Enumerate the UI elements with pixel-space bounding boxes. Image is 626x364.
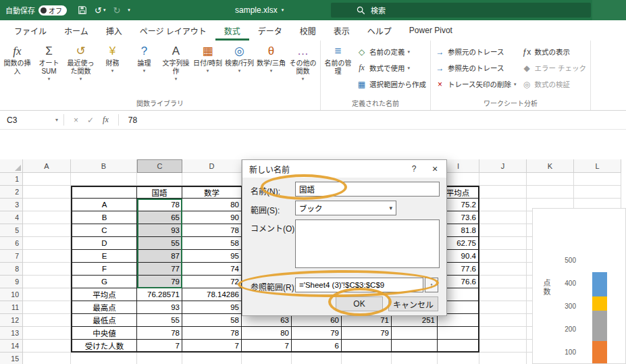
- grid-cell[interactable]: [23, 327, 71, 340]
- formula-bar-value[interactable]: 78: [119, 115, 137, 125]
- grid-cell[interactable]: [392, 340, 438, 353]
- row-header[interactable]: 15: [0, 353, 23, 364]
- grid-cell[interactable]: [479, 276, 527, 288]
- insert-function-button[interactable]: fx関数の挿入: [1, 42, 33, 99]
- math-trig-button[interactable]: θ数学/三角▾: [255, 42, 287, 99]
- grid-cell[interactable]: [479, 340, 527, 353]
- grid-cell[interactable]: 7: [137, 340, 182, 353]
- insert-function-button[interactable]: fx: [103, 115, 109, 125]
- grid-cell[interactable]: 87: [137, 250, 182, 263]
- grid-cell[interactable]: 78.14286: [182, 288, 242, 301]
- grid-cell[interactable]: [479, 314, 527, 327]
- column-header[interactable]: J: [479, 159, 527, 173]
- row-header[interactable]: 5: [0, 224, 23, 237]
- grid-cell[interactable]: 74: [182, 263, 242, 276]
- show-formulas-button[interactable]: ƒx数式の表示: [519, 45, 589, 58]
- recent-functions-button[interactable]: ↺最近使った関数▾: [65, 42, 97, 99]
- grid-cell[interactable]: 中央値: [71, 327, 137, 340]
- grid-cell[interactable]: [479, 199, 527, 211]
- grid-cell[interactable]: E: [71, 250, 137, 263]
- grid-cell[interactable]: [392, 353, 438, 364]
- grid-cell[interactable]: [182, 353, 242, 364]
- grid-cell[interactable]: 76.28571: [137, 288, 182, 301]
- grid-cell[interactable]: 93: [137, 301, 182, 314]
- row-header[interactable]: 3: [0, 199, 23, 211]
- grid-cell[interactable]: 7: [182, 340, 242, 353]
- cancel-button[interactable]: ×: [74, 115, 78, 125]
- grid-cell[interactable]: [23, 250, 71, 263]
- create-from-selection-button[interactable]: ▦選択範囲から作成: [354, 78, 429, 90]
- grid-cell[interactable]: [137, 173, 182, 186]
- grid-cell[interactable]: [292, 353, 342, 364]
- lookup-reference-button[interactable]: ◎検索/行列▾: [224, 42, 255, 99]
- text-functions-button[interactable]: A文字列操作▾: [160, 42, 192, 99]
- grid-cell[interactable]: F: [71, 263, 137, 276]
- grid-cell[interactable]: 78: [182, 224, 242, 237]
- grid-cell[interactable]: [23, 276, 71, 288]
- embedded-chart[interactable]: 点数 500400300200100: [532, 208, 626, 364]
- ok-button[interactable]: OK: [336, 296, 383, 311]
- grid-cell[interactable]: [23, 314, 71, 327]
- redo-button[interactable]: ↻: [113, 5, 120, 16]
- logical-button[interactable]: ?論理▾: [128, 42, 160, 99]
- grid-cell[interactable]: [438, 340, 479, 353]
- column-header[interactable]: B: [71, 159, 137, 173]
- column-header[interactable]: D: [182, 159, 242, 173]
- bar-segment[interactable]: [592, 341, 607, 364]
- range-picker-button[interactable]: ↑: [425, 278, 438, 292]
- row-header[interactable]: 8: [0, 263, 23, 276]
- grid-cell[interactable]: 95: [182, 250, 242, 263]
- ribbon-tab[interactable]: ヘルプ: [359, 20, 400, 41]
- grid-cell[interactable]: [342, 340, 392, 353]
- refers-field[interactable]: ='Sheet4 (3)'!$C$3:$C$9: [295, 278, 423, 292]
- grid-cell[interactable]: 90: [182, 211, 242, 224]
- grid-cell[interactable]: [392, 327, 438, 340]
- grid-cell[interactable]: 6: [292, 340, 342, 353]
- grid-cell[interactable]: 79: [342, 327, 392, 340]
- grid-cell[interactable]: [71, 186, 137, 199]
- grid-cell[interactable]: C: [71, 224, 137, 237]
- ribbon-tab[interactable]: 校閲: [291, 20, 325, 41]
- grid-cell[interactable]: [71, 173, 137, 186]
- grid-cell[interactable]: [137, 353, 182, 364]
- grid-cell[interactable]: 65: [137, 211, 182, 224]
- grid-cell[interactable]: [23, 211, 71, 224]
- grid-cell[interactable]: 79: [137, 276, 182, 288]
- autosum-button[interactable]: Σオート SUM▾: [33, 42, 65, 99]
- trace-dependents-button[interactable]: →参照先のトレース: [432, 61, 519, 74]
- grid-cell[interactable]: [574, 186, 621, 199]
- comment-field[interactable]: [295, 219, 440, 268]
- row-header[interactable]: 9: [0, 276, 23, 288]
- row-header[interactable]: 6: [0, 237, 23, 250]
- grid-cell[interactable]: 77: [137, 263, 182, 276]
- grid-cell[interactable]: 95: [182, 301, 242, 314]
- grid-cell[interactable]: [479, 353, 527, 364]
- grid-cell[interactable]: [479, 211, 527, 224]
- grid-cell[interactable]: [479, 173, 527, 186]
- grid-cell[interactable]: 80: [182, 199, 242, 211]
- grid-cell[interactable]: 93: [137, 224, 182, 237]
- grid-cell[interactable]: [182, 173, 242, 186]
- grid-cell[interactable]: 72: [182, 276, 242, 288]
- grid-cell[interactable]: [23, 263, 71, 276]
- bar-segment[interactable]: [592, 311, 607, 341]
- ribbon-tab[interactable]: ファイル: [5, 20, 55, 41]
- grid-cell[interactable]: 数学: [182, 186, 242, 199]
- bar-segment[interactable]: [592, 296, 607, 311]
- grid-cell[interactable]: [71, 353, 137, 364]
- grid-cell[interactable]: [438, 353, 479, 364]
- grid-cell[interactable]: 7: [242, 340, 292, 353]
- column-header[interactable]: A: [23, 159, 71, 173]
- grid-cell[interactable]: [574, 173, 621, 186]
- grid-cell[interactable]: 国語: [137, 186, 182, 199]
- row-header[interactable]: 7: [0, 250, 23, 263]
- grid-cell[interactable]: [479, 288, 527, 301]
- grid-cell[interactable]: [23, 199, 71, 211]
- grid-cell[interactable]: [342, 353, 392, 364]
- row-header[interactable]: 4: [0, 211, 23, 224]
- undo-button[interactable]: ↺▾: [95, 5, 105, 16]
- close-button[interactable]: ×: [423, 163, 446, 174]
- date-time-button[interactable]: ▦日付/時刻▾: [192, 42, 224, 99]
- grid-cell[interactable]: [527, 173, 574, 186]
- row-header[interactable]: 12: [0, 314, 23, 327]
